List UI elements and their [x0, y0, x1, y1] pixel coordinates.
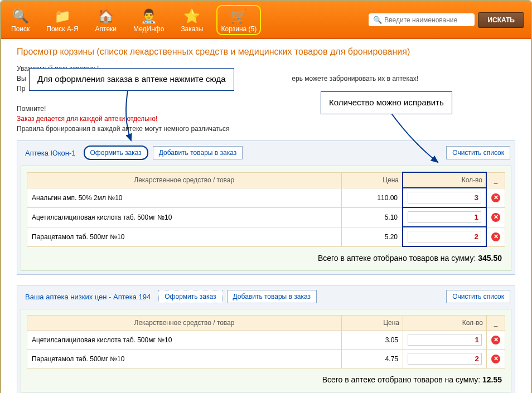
delete-icon[interactable]: ✕ [491, 193, 500, 202]
pharmacy-name[interactable]: Аптека Юкон-1 [22, 147, 79, 159]
nav-label: Заказы [181, 25, 203, 33]
table-row: Парацетамол таб. 500мг №10 4.75 ✕ [27, 350, 505, 368]
building-icon: 🏠 [97, 7, 115, 25]
total-line: Всего в аптеке отобрано товаров на сумму… [27, 368, 505, 386]
total-line: Всего в аптеке отобрано товаров на сумму… [27, 247, 505, 265]
magnifier-icon: 🔍 [12, 7, 30, 25]
th-product: Лекарственное средство / товар [27, 316, 342, 331]
th-qty: Кол-во [403, 172, 486, 188]
th-qty: Кол-во [403, 316, 487, 331]
pharmacy-block-2: Ваша аптека низких цен - Аптека 194 Офор… [17, 285, 515, 393]
nav-cart[interactable]: 🛒 Корзина (5) [216, 5, 261, 35]
folder-icon: 📁 [54, 7, 71, 25]
th-product: Лекарственное средство / товар [27, 172, 342, 188]
cell-price: 3.05 [342, 331, 403, 350]
qty-input[interactable] [408, 192, 481, 203]
qty-input[interactable] [408, 353, 482, 365]
th-del: _ [487, 316, 505, 331]
star-icon: ⭐ [183, 7, 201, 25]
cell-price: 110.00 [341, 188, 403, 207]
info-block: Уважаемый пользователь! Вы ерь можете за… [17, 64, 515, 134]
make-order-button[interactable]: Оформить заказ [158, 290, 222, 303]
delete-icon[interactable]: ✕ [491, 232, 500, 241]
info-red: Заказ делается для каждой аптеки отдельн… [17, 114, 515, 124]
total-value: 12.55 [482, 375, 502, 384]
total-value: 345.50 [478, 254, 502, 263]
nav-label: МедИнфо [133, 25, 164, 33]
make-order-button[interactable]: Оформить заказ [84, 145, 148, 160]
search-input[interactable] [384, 16, 470, 24]
page-title: Просмотр корзины (список лекарственных с… [17, 47, 515, 57]
delete-icon[interactable]: ✕ [491, 336, 500, 345]
add-items-button[interactable]: Добавить товары в заказ [153, 146, 243, 159]
items-table: Лекарственное средство / товар Цена Кол-… [27, 315, 505, 368]
table-row: Анальгин амп. 50% 2мл №10 110.00 ✕ [27, 188, 505, 207]
nav-label: Аптеки [95, 25, 117, 33]
nav-search-az[interactable]: 📁 Поиск А-Я [43, 5, 81, 35]
clear-list-button[interactable]: Очистить список [446, 146, 510, 159]
pharmacy-name[interactable]: Ваша аптека низких цен - Аптека 194 [22, 290, 154, 303]
cell-price: 4.75 [342, 350, 403, 368]
table-row: Ацетилсалициловая кислота таб. 500мг №10… [27, 331, 505, 350]
table-row: Ацетилсалициловая кислота таб. 500мг №10… [27, 207, 505, 227]
info-rules: Правила бронирования в каждой аптеке мог… [17, 124, 515, 134]
add-items-button[interactable]: Добавить товары в заказ [227, 290, 317, 303]
doctor-icon: 👨‍⚕️ [140, 7, 158, 25]
cell-name: Парацетамол таб. 500мг №10 [27, 227, 342, 246]
nav-pharmacies[interactable]: 🏠 Аптеки [92, 5, 120, 35]
cell-name: Ацетилсалициловая кислота таб. 500мг №10 [27, 207, 342, 227]
nav-label: Поиск А-Я [46, 25, 78, 33]
annotation-qty: Количество можно исправить [321, 91, 452, 114]
top-navigation: 🔍 Поиск 📁 Поиск А-Я 🏠 Аптеки 👨‍⚕️ МедИнф… [1, 1, 531, 39]
th-price: Цена [342, 316, 403, 331]
search-icon: 🔍 [373, 16, 382, 24]
qty-input[interactable] [408, 334, 482, 346]
cell-name: Анальгин амп. 50% 2мл №10 [27, 188, 342, 207]
nav-medinfo[interactable]: 👨‍⚕️ МедИнфо [130, 5, 167, 35]
pharmacy-block-1: Аптека Юкон-1 Оформить заказ Добавить то… [17, 140, 515, 275]
nav-label: Поиск [11, 25, 30, 33]
cell-name: Ацетилсалициловая кислота таб. 500мг №10 [27, 331, 342, 350]
nav-search[interactable]: 🔍 Поиск [8, 5, 33, 35]
th-del: _ [486, 172, 505, 188]
annotation-order: Для оформления заказа в аптеке нажмите с… [29, 68, 234, 91]
search-button[interactable]: ИСКАТЬ [478, 12, 524, 28]
delete-icon[interactable]: ✕ [491, 213, 500, 222]
search-box: 🔍 [369, 13, 475, 26]
cell-price: 5.10 [341, 207, 403, 227]
table-row: Парацетамол таб. 500мг №10 5.20 ✕ [27, 227, 505, 246]
qty-input[interactable] [408, 231, 481, 242]
nav-orders[interactable]: ⭐ Заказы [177, 5, 206, 35]
cart-icon: 🛒 [230, 7, 248, 25]
cell-name: Парацетамол таб. 500мг №10 [27, 350, 342, 368]
items-table: Лекарственное средство / товар Цена Кол-… [27, 172, 505, 247]
nav-label: Корзина (5) [221, 25, 257, 33]
th-price: Цена [341, 172, 403, 188]
delete-icon[interactable]: ✕ [491, 355, 500, 363]
qty-input[interactable] [408, 211, 481, 223]
cell-price: 5.20 [341, 227, 403, 246]
clear-list-button[interactable]: Очистить список [446, 290, 510, 303]
